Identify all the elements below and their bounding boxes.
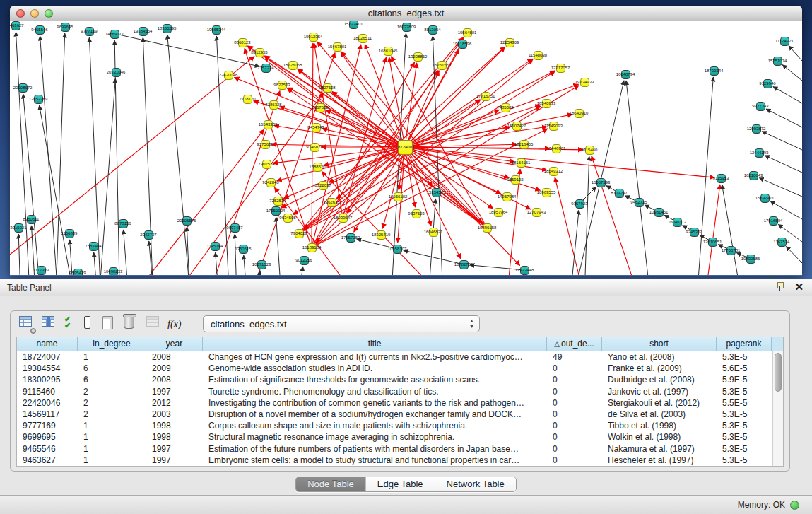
new-table-icon[interactable]: [102, 316, 118, 332]
graph-node-9129946[interactable]: 9129946: [763, 79, 772, 88]
graph-node-10981451[interactable]: 10981451: [654, 208, 664, 217]
table-row[interactable]: 2242004622012Investigating the contribut…: [17, 397, 772, 409]
graph-node-7583404[interactable]: 7583404: [89, 242, 98, 251]
graph-node-12923448[interactable]: 12923448: [520, 266, 529, 275]
graph-node-11549093[interactable]: 11549093: [549, 122, 558, 131]
graph-node-8454743[interactable]: 8454743: [312, 123, 321, 132]
graph-node-9012356[interactable]: 9012356: [300, 256, 309, 265]
graph-node-19384554[interactable]: 19384554: [139, 27, 148, 36]
network-canvas[interactable]: 1872400718226058982750381863281654338291…: [10, 21, 802, 275]
vertical-scrollbar[interactable]: [772, 351, 783, 466]
graph-node-16107427[interactable]: 16107427: [512, 122, 522, 131]
graph-node-12707943[interactable]: 12707943: [532, 208, 541, 217]
graph-node-14956102[interactable]: 14956102: [394, 192, 403, 201]
graph-node-18026511[interactable]: 18026511: [358, 34, 367, 43]
graph-node-8186328[interactable]: 8186328: [269, 100, 278, 110]
delete-rows-icon[interactable]: [124, 316, 139, 332]
graph-node-16261557[interactable]: 16261557: [437, 61, 447, 70]
scrollbar-thumb[interactable]: [775, 353, 782, 392]
graph-node-12444193[interactable]: 12444193: [755, 148, 764, 158]
graph-node-1145194[interactable]: 1145194: [211, 242, 220, 251]
graph-node-15692971[interactable]: 15692971: [760, 194, 770, 203]
graph-node-16543382[interactable]: 16543382: [264, 120, 273, 129]
graph-node-2367608[interactable]: 2367608: [316, 103, 325, 112]
graph-node-11124321[interactable]: 11124321: [780, 37, 789, 46]
graph-node-17016504[interactable]: 17016504: [769, 216, 778, 226]
graph-node-19564801[interactable]: 19564801: [463, 28, 472, 37]
graph-node-3915921[interactable]: 3915921: [14, 223, 23, 233]
graph-node-10896158[interactable]: 10896158: [483, 223, 492, 233]
graph-node-10071023[interactable]: 10071023: [257, 260, 266, 269]
graph-node-13208852[interactable]: 13208852: [413, 52, 423, 62]
graph-node-2342737[interactable]: 2342737: [144, 230, 153, 240]
graph-node-11548038[interactable]: 11548038: [534, 51, 543, 60]
graph-node-15467801[interactable]: 15467801: [333, 42, 342, 52]
table-row[interactable]: 977716911998Corpus callosum shape and si…: [17, 420, 772, 431]
graph-node-17706781[interactable]: 17706781: [726, 246, 736, 255]
graph-node-16189184[interactable]: 16189184: [307, 243, 317, 252]
column-header-in_degree[interactable]: in_degree: [78, 337, 146, 351]
graph-node-9115953[interactable]: 9115953: [717, 174, 726, 183]
window-titlebar[interactable]: citations_edges.txt: [10, 6, 802, 21]
graph-node-13216405[interactable]: 13216405: [519, 140, 529, 149]
graph-node-10490586[interactable]: 10490586: [746, 255, 755, 264]
graph-node-18540933[interactable]: 18540933: [542, 99, 551, 108]
graph-node-16033809[interactable]: 16033809: [402, 23, 411, 32]
graph-node-10490233[interactable]: 10490233: [109, 267, 118, 276]
graph-node-9699695[interactable]: 9699695: [61, 23, 70, 32]
graph-node-16210643[interactable]: 16210643: [749, 171, 758, 180]
table-row[interactable]: 1938455462009Genome-wide association stu…: [17, 363, 772, 374]
graph-node-9242848[interactable]: 9242848: [266, 178, 276, 187]
graph-node-20331046[interactable]: 20331046: [112, 68, 121, 77]
show-column-icon[interactable]: [42, 316, 57, 332]
graph-node-9827508[interactable]: 9827508: [323, 83, 332, 93]
select-rows-icon[interactable]: ✔✔: [64, 316, 80, 332]
table-row[interactable]: 1456911722003Disruption of a novel membe…: [17, 409, 772, 420]
graph-node-18039547[interactable]: 18039547: [339, 214, 348, 223]
graph-node-16861045[interactable]: 16861045: [384, 47, 393, 56]
graph-node-16648794[interactable]: 16648794: [621, 70, 630, 79]
graph-node-18640910[interactable]: 18640910: [575, 109, 584, 118]
float-window-icon[interactable]: [775, 282, 784, 292]
close-icon[interactable]: ✕: [794, 282, 804, 292]
graph-node-18957964[interactable]: 18957964: [494, 208, 503, 217]
graph-node-1156889[interactable]: 1156889: [65, 229, 74, 238]
graph-node-12652369[interactable]: 12652369: [34, 95, 43, 104]
graph-node-1350515[interactable]: 1350515: [239, 245, 248, 254]
graph-node-19734933[interactable]: 19734933: [580, 78, 589, 87]
row-height-icon[interactable]: [84, 316, 100, 332]
graph-node-20508672[interactable]: 20508672: [18, 83, 28, 93]
graph-node-1117333[interactable]: 1117333: [37, 266, 46, 275]
graph-node-9463627[interactable]: 9463627: [11, 21, 20, 30]
table-settings-icon[interactable]: [19, 316, 35, 332]
function-builder-icon[interactable]: f(x): [167, 317, 183, 333]
graph-node-12610651[interactable]: 12610651: [708, 238, 717, 247]
column-header-year[interactable]: year: [146, 337, 203, 351]
column-header-out_de[interactable]: △out_de...: [547, 337, 602, 351]
graph-node-15446901[interactable]: 15446901: [552, 144, 561, 153]
graph-node-9637503[interactable]: 9637503: [412, 209, 421, 218]
graph-node-18799344[interactable]: 18799344: [710, 66, 719, 76]
column-header-name[interactable]: name: [17, 337, 78, 351]
table-row[interactable]: 969969511998Structural magnetic resonanc…: [17, 431, 772, 443]
graph-node-8350511[interactable]: 8350511: [27, 215, 36, 224]
graph-node-18226058[interactable]: 18226058: [288, 61, 298, 70]
graph-node-22420046[interactable]: 22420046: [224, 71, 233, 80]
table-row[interactable]: 1830029562008Estimation of significance …: [17, 374, 772, 385]
graph-node-16046112[interactable]: 16046112: [673, 218, 682, 227]
graph-node-9595429[interactable]: 9595429: [73, 269, 83, 276]
graph-node-10969555[interactable]: 10969555: [542, 188, 551, 197]
delete-table-icon[interactable]: [146, 316, 162, 332]
graph-node-7357224[interactable]: 7357224: [261, 64, 271, 73]
graph-node-15134505[interactable]: 15134505: [432, 188, 441, 197]
column-header-short[interactable]: short: [602, 337, 717, 351]
graph-node-9634508[interactable]: 9634508: [283, 214, 293, 223]
memory-ok-indicator[interactable]: [790, 501, 799, 510]
graph-node-17359924[interactable]: 17359924: [271, 206, 281, 216]
graph-node-17957252[interactable]: 17957252: [346, 233, 355, 243]
column-header-pagerank[interactable]: pagerank: [717, 337, 772, 351]
graph-node-18300295[interactable]: 18300295: [163, 24, 172, 33]
graph-node-7485083[interactable]: 7485083: [501, 103, 510, 112]
graph-node-15723401[interactable]: 15723401: [349, 21, 358, 29]
graph-node-15751074[interactable]: 15751074: [773, 57, 782, 66]
